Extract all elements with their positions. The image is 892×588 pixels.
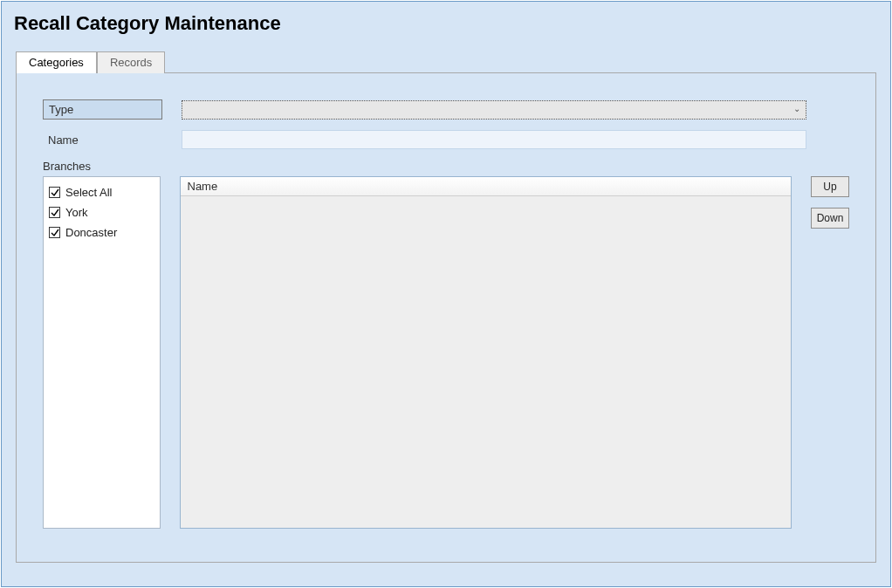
category-grid[interactable]: Name [180,176,793,529]
name-row: Name [43,130,849,149]
down-button[interactable]: Down [811,208,849,229]
branches-label: Branches [43,160,849,173]
tab-panel-categories: Type ⌄ Name Branches [16,72,876,563]
grid-column-header-name[interactable]: Name [181,177,792,196]
checkbox-icon[interactable] [49,207,60,218]
branches-listbox: Select All York Doncaster [43,176,161,529]
chevron-down-icon: ⌄ [793,104,800,113]
branch-item-doncaster[interactable]: Doncaster [49,222,154,243]
branch-item-label: Select All [65,186,112,199]
branch-item-york[interactable]: York [49,202,154,222]
reorder-buttons: Up Down [811,176,849,229]
name-input[interactable] [182,130,806,149]
tab-container: Categories Records Type ⌄ Name Branc [16,51,876,563]
page-title: Recall Category Maintenance [2,2,890,51]
up-button[interactable]: Up [811,176,849,197]
branch-item-select-all[interactable]: Select All [49,182,154,202]
name-label: Name [43,131,162,149]
main-panel: Recall Category Maintenance Categories R… [1,1,891,587]
checkbox-icon[interactable] [49,227,60,238]
type-row: Type ⌄ [43,99,849,120]
checkbox-icon[interactable] [49,187,60,198]
tab-categories[interactable]: Categories [16,51,97,73]
tabs-row: Categories Records [16,51,876,72]
branch-item-label: York [65,206,88,219]
grid-body [181,196,792,528]
branch-item-label: Doncaster [65,226,117,239]
type-label: Type [43,99,162,120]
lower-row: Select All York Doncaster [43,176,849,529]
tab-records[interactable]: Records [97,51,165,73]
type-dropdown[interactable]: ⌄ [182,100,806,120]
